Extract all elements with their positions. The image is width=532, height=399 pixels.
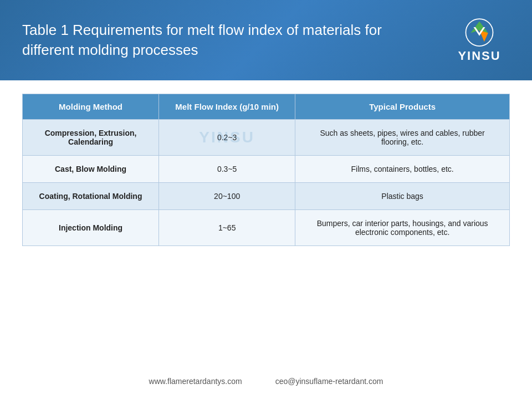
mfi-value: 0.3~5 — [217, 165, 237, 173]
cell-mfi: 0.3~5 — [159, 156, 295, 183]
cell-products: Bumpers, car interior parts, housings, a… — [295, 210, 510, 246]
logo-container: YINSU — [449, 17, 510, 63]
footer-website: www.flameretardantys.com — [149, 377, 242, 386]
footer: www.flameretardantys.com ceo@yinsuflame-… — [22, 371, 510, 390]
page-title: Table 1 Requirements for melt flow index… — [22, 21, 399, 59]
cell-mfi: 1~65 — [159, 210, 295, 246]
table-row: Coating, Rotational Molding20~100Plastic… — [23, 183, 510, 210]
footer-email: ceo@yinsuflame-retardant.com — [275, 377, 383, 386]
main-content: Molding Method Melt Flow Index (g/10 min… — [0, 80, 532, 399]
svg-marker-1 — [470, 21, 488, 33]
table-header-row: Molding Method Melt Flow Index (g/10 min… — [23, 94, 510, 120]
cell-mfi: 0.2~3YINSU — [159, 120, 295, 156]
table-row: Cast, Blow Molding0.3~5Films, containers… — [23, 156, 510, 183]
cell-method: Injection Molding — [23, 210, 159, 246]
col-header-method: Molding Method — [23, 94, 159, 120]
cell-products: Plastic bags — [295, 183, 510, 210]
cell-products: Films, containers, bottles, etc. — [295, 156, 510, 183]
cell-method: Coating, Rotational Molding — [23, 183, 159, 210]
mfi-value: 0.2~3 — [217, 133, 237, 142]
footer-links: www.flameretardantys.com ceo@yinsuflame-… — [22, 377, 510, 386]
yinsu-logo-icon — [460, 17, 499, 48]
header: Table 1 Requirements for melt flow index… — [0, 0, 532, 80]
table-row: Compression, Extrusion, Calendaring0.2~3… — [23, 120, 510, 156]
cell-method: Cast, Blow Molding — [23, 156, 159, 183]
mfi-value: 20~100 — [214, 192, 240, 201]
page-wrapper: Table 1 Requirements for melt flow index… — [0, 0, 532, 399]
cell-mfi: 20~100 — [159, 183, 295, 210]
cell-products: Such as sheets, pipes, wires and cables,… — [295, 120, 510, 156]
mfi-value: 1~65 — [218, 223, 236, 232]
col-header-products: Typical Products — [295, 94, 510, 120]
data-table: Molding Method Melt Flow Index (g/10 min… — [22, 94, 510, 246]
table-row: Injection Molding1~65Bumpers, car interi… — [23, 210, 510, 246]
col-header-mfi: Melt Flow Index (g/10 min) — [159, 94, 295, 120]
logo-text: YINSU — [458, 49, 500, 63]
cell-method: Compression, Extrusion, Calendaring — [23, 120, 159, 156]
